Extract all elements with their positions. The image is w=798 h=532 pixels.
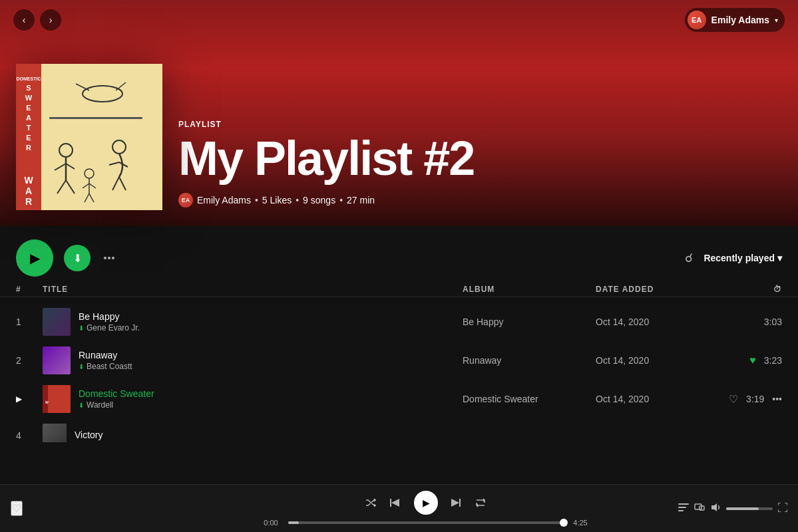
search-button[interactable]: ☌ — [685, 251, 693, 265]
back-button[interactable]: ‹ — [13, 9, 35, 31]
player-play-button[interactable]: ▶ — [414, 491, 438, 515]
table-row[interactable]: ▶ W Domestic Sweater ⬇ Wardell Domestic … — [0, 380, 798, 418]
track-duration: 3:03 — [729, 317, 782, 327]
track-date: Oct 14, 2020 — [596, 355, 729, 366]
track-thumbnail — [43, 424, 67, 442]
download-button[interactable]: ⬇ — [64, 245, 91, 271]
dot-3 — [112, 257, 114, 259]
next-button[interactable] — [451, 497, 462, 508]
track-list: 1 Be Happy ⬇ Gene Evaro Jr. Be Happy Oct… — [0, 303, 798, 442]
col-time: ⏱ — [729, 285, 782, 294]
play-button[interactable]: ▶ — [16, 239, 53, 277]
forward-button[interactable]: › — [40, 9, 61, 31]
track-name: Domestic Sweater — [79, 388, 154, 399]
col-date: DATE ADDED — [596, 285, 729, 294]
table-row[interactable]: 2 Runaway ⬇ Beast Coastt Runaway Oct 14,… — [0, 341, 798, 380]
playlist-type-label: PLAYLIST — [178, 120, 782, 129]
track-name: Runaway — [79, 350, 132, 360]
playlist-hero: S W E A T E R DOMESTIC W A R — [0, 40, 798, 226]
svg-marker-39 — [459, 499, 461, 507]
duration-time: 3:19 — [746, 394, 764, 404]
favorite-button[interactable]: ♡ — [11, 501, 23, 516]
volume-bar[interactable] — [726, 507, 773, 510]
separator-1: • — [255, 195, 258, 205]
track-artist: ⬇ Beast Coastt — [79, 362, 132, 371]
svg-text:S: S — [26, 84, 31, 92]
user-menu[interactable]: EA Emily Adams ▾ — [685, 8, 785, 32]
svg-text:T: T — [27, 124, 31, 132]
chevron-down-icon: ▾ — [775, 17, 778, 24]
track-thumbnail: W — [43, 385, 71, 413]
top-navigation: ‹ › EA Emily Adams ▾ — [0, 0, 798, 40]
col-album: ALBUM — [463, 285, 596, 294]
track-duration: ♥ 3:23 — [729, 354, 782, 366]
playlist-info: PLAYLIST My Playlist #2 EA Emily Adams •… — [178, 120, 782, 210]
svg-rect-35 — [43, 385, 48, 413]
track-name: Victory — [75, 430, 103, 440]
track-number: 2 — [16, 355, 43, 366]
track-text: Runaway ⬇ Beast Coastt — [79, 350, 132, 371]
svg-text:W: W — [25, 94, 33, 102]
svg-rect-42 — [678, 507, 686, 508]
playlist-likes: 5 Likes — [262, 195, 292, 205]
user-name: Emily Adams — [711, 15, 769, 25]
owner-avatar: EA — [178, 193, 193, 207]
dot-1 — [104, 257, 106, 259]
playlist-duration: 27 min — [347, 195, 375, 205]
shuffle-button[interactable] — [366, 497, 377, 508]
svg-rect-44 — [695, 504, 701, 509]
track-text: Victory — [75, 430, 103, 442]
controls-area: ▶ ⬇ ☌ Recently played ▾ — [0, 226, 798, 282]
download-small-icon: ⬇ — [79, 402, 84, 409]
heart-filled-icon[interactable]: ♥ — [749, 354, 756, 366]
recently-played-button[interactable]: Recently played ▾ — [703, 253, 782, 263]
devices-button[interactable] — [694, 502, 705, 515]
progress-fill — [288, 521, 299, 524]
avatar-image: EA — [688, 11, 706, 29]
track-thumbnail — [43, 346, 71, 374]
total-time: 4:25 — [569, 519, 592, 527]
playlist-title: My Playlist #2 — [178, 134, 782, 182]
table-row[interactable]: 1 Be Happy ⬇ Gene Evaro Jr. Be Happy Oct… — [0, 303, 798, 341]
player-left: ♡ — [11, 501, 197, 516]
progress-bar-container: 0:00 4:25 — [260, 519, 592, 527]
playlist-owner: Emily Adams — [197, 195, 251, 205]
svg-text:W: W — [45, 400, 49, 404]
player-controls: ▶ — [366, 491, 486, 515]
svg-text:R: R — [26, 144, 31, 152]
previous-button[interactable] — [390, 497, 401, 508]
volume-button[interactable] — [710, 502, 721, 515]
play-icon: ▶ — [30, 250, 40, 266]
controls-right: ☌ Recently played ▾ — [685, 251, 782, 265]
svg-rect-43 — [678, 510, 684, 511]
table-row[interactable]: 4 Victory — [0, 418, 798, 442]
nav-buttons: ‹ › — [13, 9, 61, 31]
album-art: S W E A T E R DOMESTIC W A R — [16, 64, 162, 210]
track-list-header: # TITLE ALBUM DATE ADDED ⏱ — [0, 282, 798, 297]
svg-marker-38 — [391, 499, 399, 507]
progress-bar[interactable] — [288, 521, 564, 524]
svg-text:A: A — [26, 114, 31, 122]
track-more-icon[interactable]: ••• — [772, 394, 782, 404]
svg-text:DOMESTIC: DOMESTIC — [17, 76, 41, 81]
heart-empty-icon[interactable]: ♡ — [729, 393, 738, 406]
download-icon: ⬇ — [73, 252, 82, 265]
track-artist: ⬇ Wardell — [79, 400, 154, 410]
track-info: Runaway ⬇ Beast Coastt — [43, 346, 463, 374]
track-name: Be Happy — [79, 311, 140, 322]
playlist-songs: 9 songs — [303, 195, 335, 205]
avatar: EA — [688, 11, 706, 29]
svg-text:E: E — [26, 134, 31, 142]
fullscreen-button[interactable] — [778, 503, 787, 514]
more-options-button[interactable] — [101, 254, 117, 262]
svg-text:A: A — [25, 186, 32, 196]
volume-fill — [726, 507, 759, 510]
track-artist: ⬇ Gene Evaro Jr. — [79, 323, 140, 332]
track-date: Oct 14, 2020 — [596, 394, 729, 404]
col-title: TITLE — [43, 285, 463, 294]
repeat-button[interactable] — [475, 497, 486, 508]
svg-marker-46 — [711, 503, 717, 511]
player-right — [654, 502, 787, 515]
recently-played-label: Recently played — [703, 253, 775, 263]
queue-button[interactable] — [678, 502, 689, 515]
